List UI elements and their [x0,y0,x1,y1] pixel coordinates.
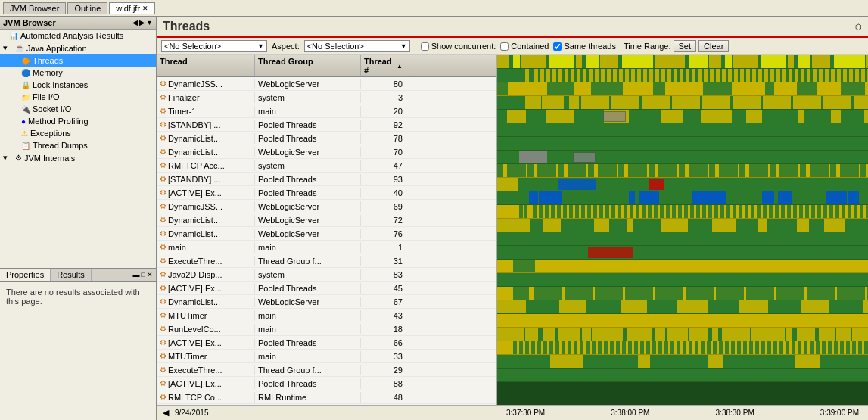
td-count: 92 [361,120,406,130]
selection-dropdown[interactable]: <No Selection> ▼ [161,40,267,52]
td-group: system [255,160,361,171]
timeline-row[interactable] [497,96,868,110]
th-thread[interactable]: Thread [157,55,255,76]
timeline-row[interactable] [497,328,868,341]
timeline-row[interactable] [497,260,868,273]
td-group: WebLogicServer [255,201,361,212]
same-threads-checkbox[interactable] [553,42,562,51]
timeline-row[interactable] [497,55,868,69]
timeline-row[interactable] [497,314,868,328]
collapse-icon[interactable]: ◀ [132,19,138,26]
td-count: 47 [361,160,406,171]
tree-section: JVM Browser ◀ ▶ ▼ 📊 Automated Analysis R… [0,17,156,269]
tree-item-fileio[interactable]: 📁 File I/O [0,91,156,103]
timeline-row[interactable] [497,369,868,382]
tree-item-exceptions[interactable]: ⚠ Exceptions [0,127,156,139]
close-panel-icon[interactable]: ✕ [147,271,153,278]
tab-jvm-browser[interactable]: JVM Browser [3,2,66,14]
tab-close-icon[interactable]: ✕ [142,5,148,12]
table-row[interactable]: ⚙ ExecuteThre... Thread Group f... 29 [157,363,496,377]
table-row[interactable]: ⚙ Timer-1 main 20 [157,104,496,118]
timeline-row[interactable] [497,191,868,205]
table-row[interactable]: ⚙ ExecuteThre... Thread Group f... 31 [157,254,496,268]
table-body[interactable]: ⚙ DynamicJSS... WebLogicServer 80 ⚙ Fina… [157,77,496,405]
table-row[interactable]: ⚙ DynamicList... WebLogicServer 72 [157,213,496,227]
aspect-dropdown[interactable]: <No Selection> ▼ [304,40,410,52]
td-thread: ⚙ DynamicList... [157,297,255,307]
table-row[interactable]: ⚙ [ACTIVE] Ex... Pooled Threads 66 [157,336,496,350]
table-row[interactable]: ⚙ RunLevelCo... main 18 [157,322,496,336]
folder-icon: 📊 [9,32,18,40]
results-tab[interactable]: Results [51,269,92,281]
table-row[interactable]: ⚙ DynamicJSS... WebLogicServer 80 [157,77,496,91]
timeline-row[interactable] [497,355,868,369]
timeline-row[interactable] [497,232,868,246]
table-row[interactable]: ⚙ Finalizer system 3 [157,91,496,104]
tab-wldf[interactable]: wldf.jfr ✕ [109,2,155,14]
expand-all-icon[interactable]: ▶ [139,19,145,26]
timeline-row[interactable] [497,69,868,82]
td-group: Pooled Threads [255,120,361,130]
tree-item-automated[interactable]: 📊 Automated Analysis Results [0,30,156,42]
timeline-row[interactable] [497,82,868,96]
timeline-row[interactable] [497,219,868,232]
timeline-row[interactable] [497,246,868,260]
timeline-row[interactable] [497,123,868,137]
table-row[interactable]: ⚙ [ACTIVE] Ex... Pooled Threads 45 [157,282,496,295]
expand-icon[interactable]: ⬡ [855,23,862,31]
table-row[interactable]: ⚙ DynamicList... Pooled Threads 78 [157,132,496,145]
timeline-row[interactable] [497,273,868,287]
timeline-row[interactable] [497,164,868,178]
table-row[interactable]: ⚙ RMI TCP Acc... system 47 [157,159,496,173]
timeline-row[interactable] [497,300,868,314]
table-row[interactable]: ⚙ MTUTimer main 33 [157,350,496,363]
timeline-row[interactable] [497,287,868,300]
left-arrow-icon[interactable]: ◀ [163,408,169,418]
tree-item-lock[interactable]: 🔒 Lock Instances [0,79,156,91]
table-row[interactable]: ⚙ [STANDBY] ... Pooled Threads 93 [157,173,496,186]
table-row[interactable]: ⚙ [ACTIVE] Ex... Pooled Threads 88 [157,377,496,390]
tree-item-java-app[interactable]: ▾ ☕ Java Application [0,42,156,54]
td-group: Pooled Threads [255,283,361,294]
td-thread: ⚙ DynamicJSS... [157,201,255,212]
tree-item-threads[interactable]: 🔶 Threads [0,54,156,67]
tree-item-jvminternals[interactable]: ▾ ⚙ JVM Internals [0,151,156,164]
table-row[interactable]: ⚙ DynamicList... WebLogicServer 70 [157,145,496,159]
tree-item-threaddumps[interactable]: 📋 Thread Dumps [0,139,156,151]
timeline-row[interactable] [497,341,868,355]
memory-icon: 🔵 [21,69,30,77]
th-group[interactable]: Thread Group [255,55,361,76]
td-count: 3 [361,92,406,103]
timeline-row[interactable] [497,178,868,191]
tree-item-method[interactable]: ● Method Profiling [0,115,156,127]
table-row[interactable]: ⚙ DynamicList... WebLogicServer 76 [157,227,496,241]
td-group: Pooled Threads [255,338,361,348]
table-row[interactable]: ⚙ MTUTimer main 43 [157,309,496,322]
th-count[interactable]: Thread # ▲ [361,55,406,76]
timeline-row[interactable] [497,205,868,219]
minimize-icon[interactable]: ▬ [133,271,140,278]
contained-checkbox[interactable] [500,42,509,51]
table-row[interactable]: ⚙ DynamicJSS... WebLogicServer 69 [157,200,496,213]
clear-button[interactable]: Clear [698,40,729,52]
timeline-row[interactable] [497,110,868,123]
properties-tab[interactable]: Properties [0,269,51,281]
td-thread: ⚙ DynamicList... [157,147,255,157]
tree-item-sockio[interactable]: 🔌 Socket I/O [0,103,156,115]
table-row[interactable]: ⚙ main main 1 [157,241,496,254]
table-row[interactable]: ⚙ Java2D Disp... system 83 [157,268,496,282]
aspect-label: Aspect: [272,42,300,51]
tree-item-memory[interactable]: 🔵 Memory [0,67,156,79]
show-concurrent-checkbox[interactable] [421,42,429,51]
tab-outline[interactable]: Outline [67,2,107,14]
maximize-icon[interactable]: □ [142,271,145,278]
table-row[interactable]: ⚙ RMI TCP Co... RMI Runtime 48 [157,390,496,404]
menu-icon[interactable]: ▼ [146,19,153,26]
table-row[interactable]: ⚙ [STANDBY] ... Pooled Threads 92 [157,118,496,132]
set-button[interactable]: Set [674,40,697,52]
timeline-row[interactable] [497,137,868,151]
table-row[interactable]: ⚙ [ACTIVE] Ex... Pooled Threads 40 [157,186,496,200]
td-group: main [255,310,361,321]
table-row[interactable]: ⚙ DynamicList... WebLogicServer 67 [157,295,496,309]
timeline-row[interactable] [497,151,868,164]
